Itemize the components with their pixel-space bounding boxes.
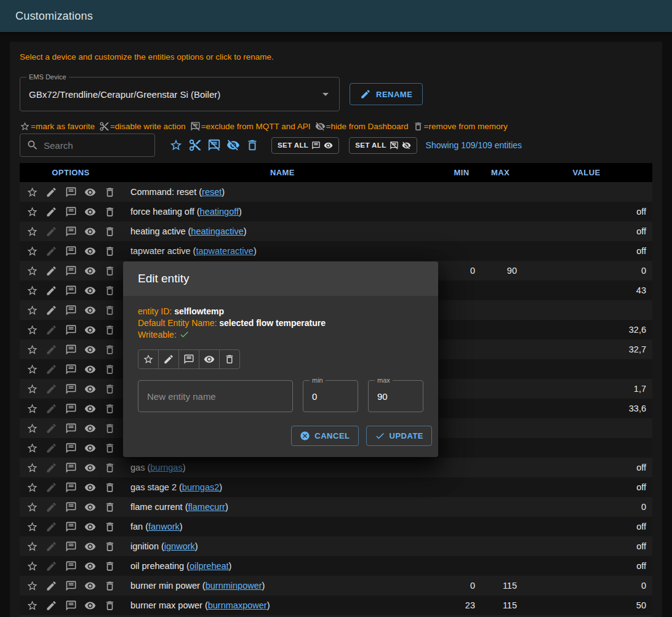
row-star-button[interactable] (25, 519, 39, 534)
row-mqtt-button[interactable] (63, 204, 78, 219)
entity-link[interactable]: burnminpower (206, 581, 262, 591)
filter-scissors-toggle[interactable] (185, 136, 204, 155)
search-field[interactable] (20, 133, 155, 157)
row-star-button[interactable] (25, 598, 39, 613)
row-pencil-button[interactable] (44, 244, 59, 258)
row-star-button[interactable] (25, 381, 39, 396)
row-trash-button[interactable] (102, 283, 117, 298)
row-pencil-button[interactable] (44, 322, 59, 337)
row-pencil-button[interactable] (44, 500, 59, 514)
row-star-button[interactable] (25, 224, 39, 239)
row-eye-button[interactable] (83, 204, 98, 219)
row-star-button[interactable] (25, 480, 39, 495)
row-trash-button[interactable] (102, 598, 117, 613)
row-pencil-button[interactable] (44, 224, 59, 239)
row-mqtt-button[interactable] (63, 440, 78, 455)
row-eye-button[interactable] (83, 578, 98, 593)
row-star-button[interactable] (25, 263, 39, 278)
entity-link[interactable]: burnmaxpower (208, 600, 267, 610)
row-star-button[interactable] (25, 185, 39, 199)
row-pencil-button[interactable] (44, 401, 59, 416)
row-trash-button[interactable] (102, 578, 117, 593)
row-mqtt-button[interactable] (63, 539, 78, 554)
row-eye-button[interactable] (83, 244, 98, 258)
row-eye-button[interactable] (83, 421, 98, 436)
row-trash-button[interactable] (102, 519, 117, 534)
set-all-hidden-button[interactable]: SET ALL (349, 137, 417, 154)
row-mqtt-button[interactable] (63, 578, 78, 593)
row-pencil-button[interactable] (44, 460, 59, 475)
entity-link[interactable]: heatingactive (191, 226, 243, 236)
row-eye-button[interactable] (83, 559, 98, 573)
row-trash-button[interactable] (102, 460, 117, 475)
row-pencil-button[interactable] (44, 185, 59, 199)
row-mqtt-button[interactable] (63, 224, 78, 239)
row-star-button[interactable] (25, 460, 39, 475)
row-trash-button[interactable] (102, 559, 117, 573)
dialog-star-toggle[interactable] (138, 349, 159, 369)
row-trash-button[interactable] (102, 362, 117, 376)
filter-mqtt-off-toggle[interactable] (204, 136, 223, 155)
entity-link[interactable]: ignwork (164, 541, 195, 551)
row-trash-button[interactable] (102, 440, 117, 455)
row-eye-button[interactable] (83, 401, 98, 416)
row-star-button[interactable] (25, 204, 39, 219)
dialog-eye-toggle[interactable] (199, 349, 220, 369)
search-input[interactable] (44, 140, 148, 151)
row-star-button[interactable] (25, 559, 39, 573)
row-eye-button[interactable] (83, 185, 98, 199)
row-eye-button[interactable] (83, 322, 98, 337)
row-trash-button[interactable] (102, 303, 117, 317)
row-trash-button[interactable] (102, 322, 117, 337)
row-eye-button[interactable] (83, 303, 98, 317)
filter-trash-toggle[interactable] (242, 136, 262, 155)
row-star-button[interactable] (25, 421, 39, 436)
row-star-button[interactable] (25, 322, 39, 337)
row-eye-button[interactable] (83, 440, 98, 455)
cancel-button[interactable]: CANCEL (291, 426, 358, 446)
row-trash-button[interactable] (102, 244, 117, 258)
row-trash-button[interactable] (102, 401, 117, 416)
row-mqtt-button[interactable] (63, 500, 78, 514)
row-mqtt-button[interactable] (63, 381, 78, 396)
row-pencil-button[interactable] (44, 263, 59, 278)
row-mqtt-button[interactable] (63, 362, 78, 376)
row-eye-button[interactable] (83, 263, 98, 278)
row-pencil-button[interactable] (44, 421, 59, 436)
row-trash-button[interactable] (102, 480, 117, 495)
row-eye-button[interactable] (83, 224, 98, 239)
ems-device-select[interactable]: EMS Device GBx72/Trendline/Cerapur/Green… (20, 77, 340, 111)
update-button[interactable]: UPDATE (366, 426, 432, 446)
row-pencil-button[interactable] (44, 519, 59, 534)
entity-link[interactable]: burngas (150, 463, 182, 472)
row-star-button[interactable] (25, 362, 39, 376)
row-mqtt-button[interactable] (63, 421, 78, 436)
entity-link[interactable]: tapwateractive (196, 246, 254, 256)
row-star-button[interactable] (25, 578, 39, 593)
entity-link[interactable]: oilpreheat (190, 561, 229, 571)
row-eye-button[interactable] (83, 342, 98, 357)
row-pencil-button[interactable] (44, 559, 59, 573)
row-mqtt-button[interactable] (63, 480, 78, 495)
row-trash-button[interactable] (102, 204, 117, 219)
entity-link[interactable]: heatingoff (200, 207, 239, 217)
row-trash-button[interactable] (102, 381, 117, 396)
row-pencil-button[interactable] (44, 303, 59, 317)
row-mqtt-button[interactable] (63, 519, 78, 534)
entity-link[interactable]: fanwork (148, 522, 180, 531)
row-trash-button[interactable] (102, 539, 117, 554)
entity-link[interactable]: burngas2 (182, 482, 219, 492)
row-star-button[interactable] (25, 401, 39, 416)
min-input[interactable] (303, 391, 358, 402)
row-mqtt-button[interactable] (63, 263, 78, 278)
row-mqtt-button[interactable] (63, 283, 78, 298)
max-field[interactable]: max (368, 380, 423, 412)
row-eye-button[interactable] (83, 362, 98, 376)
row-eye-button[interactable] (83, 539, 98, 554)
row-eye-button[interactable] (83, 480, 98, 495)
row-trash-button[interactable] (102, 185, 117, 199)
row-mqtt-button[interactable] (63, 185, 78, 199)
new-entity-name-input[interactable] (138, 391, 292, 402)
row-mqtt-button[interactable] (63, 460, 78, 475)
row-pencil-button[interactable] (44, 204, 59, 219)
